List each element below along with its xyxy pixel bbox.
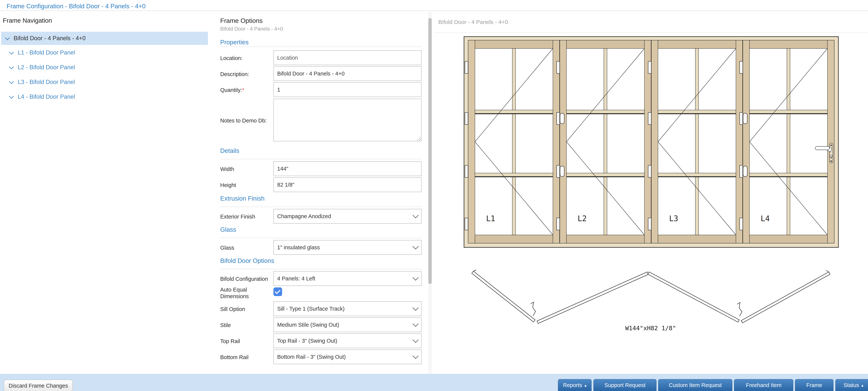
caret-up-icon: ▴ bbox=[861, 383, 864, 388]
button-label: Reports bbox=[563, 382, 582, 388]
fold-plan-view bbox=[472, 270, 830, 324]
section-divider bbox=[220, 47, 422, 47]
section-properties: Properties bbox=[220, 39, 249, 46]
section-details: Details bbox=[220, 147, 239, 154]
quantity-label: Quantity:* bbox=[220, 87, 273, 93]
status-button[interactable]: Status ▴ bbox=[835, 379, 868, 391]
panel-label-l2: L2 bbox=[578, 214, 587, 223]
chevron-down-icon[interactable] bbox=[9, 79, 14, 84]
bottom-rail-label: Bottom Rail bbox=[220, 354, 273, 361]
description-label: Description: bbox=[220, 71, 273, 78]
chevron-down-icon[interactable] bbox=[9, 64, 14, 69]
stile-select[interactable]: Medium Stile (Swing Out) bbox=[273, 318, 422, 332]
support-request-button[interactable]: Support Request bbox=[593, 379, 656, 391]
preview-title: Bifold Door - 4 Panels - 4+0 bbox=[438, 19, 508, 25]
select-value: Sill - Type 1 (Surface Track) bbox=[277, 306, 413, 312]
dimension-label: W144"xH82 1/8" bbox=[625, 325, 676, 332]
notes-textarea[interactable] bbox=[273, 99, 422, 141]
exterior-finish-select[interactable]: Champagne Anodized bbox=[273, 209, 422, 223]
discard-frame-changes-button[interactable]: Discard Frame Changes bbox=[4, 380, 73, 391]
location-label: Location: bbox=[220, 55, 273, 62]
button-label: Frame bbox=[806, 382, 822, 388]
chevron-down-icon bbox=[412, 337, 419, 343]
bifold-door-drawing: L1 L2 L3 L4 W144"xH82 1/8" bbox=[434, 34, 868, 373]
glass-label: Glass bbox=[220, 245, 273, 251]
section-divider bbox=[220, 269, 422, 269]
button-label: Status bbox=[843, 382, 859, 388]
chevron-down-icon bbox=[412, 353, 419, 359]
tree-item-label: L4 - Bifold Door Panel bbox=[18, 93, 75, 100]
chevron-down-icon[interactable] bbox=[9, 94, 14, 98]
height-label: Height bbox=[220, 182, 273, 188]
auto-equal-dimensions-label: Auto Equal Dimensions bbox=[220, 287, 266, 300]
chevron-down-icon[interactable] bbox=[5, 35, 10, 40]
glass-select[interactable]: 1" insulated glass bbox=[273, 240, 422, 255]
frame-options-subtitle: Bifold Door - 4 Panels - 4+0 bbox=[220, 26, 283, 32]
width-label: Width bbox=[220, 166, 273, 173]
sill-option-label: Sill Option bbox=[220, 306, 273, 312]
chevron-down-icon[interactable] bbox=[9, 50, 14, 54]
button-label: Freehand Item bbox=[746, 382, 782, 388]
page-title[interactable]: Frame Configuration - Bifold Door - 4 Pa… bbox=[7, 3, 146, 10]
bottom-rail-select[interactable]: Bottom Rail - 3" (Swing Out) bbox=[273, 350, 422, 364]
section-extrusion-finish: Extrusion Finish bbox=[220, 195, 265, 202]
top-rail-label: Top Rail bbox=[220, 338, 273, 344]
quantity-input[interactable] bbox=[273, 82, 422, 97]
frame-configuration-app: Frame Configuration - Bifold Door - 4 Pa… bbox=[0, 0, 868, 391]
notes-label: Notes to Demo Db: bbox=[220, 117, 273, 124]
freehand-item-button[interactable]: Freehand Item bbox=[734, 379, 793, 391]
bifold-configuration-select[interactable]: 4 Panels: 4 Left bbox=[273, 271, 422, 286]
panel-label-l1: L1 bbox=[486, 214, 495, 223]
location-input[interactable] bbox=[273, 50, 422, 65]
select-value: 1" insulated glass bbox=[277, 244, 413, 250]
tree-item-l2[interactable]: L2 - Bifold Door Panel bbox=[1, 61, 208, 74]
header-divider bbox=[0, 10, 868, 11]
button-label: Custom Item Request bbox=[669, 382, 721, 388]
height-input[interactable] bbox=[273, 177, 422, 192]
tree-item-l1[interactable]: L1 - Bifold Door Panel bbox=[1, 46, 208, 59]
select-value: Medium Stile (Swing Out) bbox=[277, 322, 413, 328]
custom-item-request-button[interactable]: Custom Item Request bbox=[658, 379, 732, 391]
section-divider bbox=[220, 207, 422, 207]
section-glass: Glass bbox=[220, 226, 236, 233]
form-scrollbar-thumb[interactable] bbox=[428, 18, 432, 284]
panel-label-l3: L3 bbox=[669, 214, 678, 223]
tree-item-label: L2 - Bifold Door Panel bbox=[18, 64, 75, 71]
frame-options-heading: Frame Options bbox=[220, 17, 263, 24]
section-divider bbox=[220, 159, 422, 159]
chevron-down-icon bbox=[412, 305, 419, 311]
panel-label-l4: L4 bbox=[761, 214, 770, 223]
chevron-down-icon bbox=[412, 274, 419, 280]
select-value: 4 Panels: 4 Left bbox=[277, 275, 413, 282]
chevron-down-icon bbox=[412, 321, 419, 327]
description-input[interactable] bbox=[273, 66, 422, 81]
caret-up-icon: ▴ bbox=[584, 383, 586, 388]
reports-button[interactable]: Reports ▴ bbox=[558, 379, 592, 391]
check-icon bbox=[275, 288, 280, 294]
exterior-finish-label: Exterior Finish bbox=[220, 213, 273, 220]
select-value: Top Rail - 3" (Swing Out) bbox=[277, 338, 413, 344]
bifold-configuration-label: Bifold Configuration bbox=[220, 276, 273, 282]
chevron-down-icon bbox=[412, 243, 419, 249]
top-rail-select[interactable]: Top Rail - 3" (Swing Out) bbox=[273, 333, 422, 348]
frame-navigation-heading: Frame Navigation bbox=[3, 17, 52, 24]
width-input[interactable] bbox=[273, 161, 422, 176]
sill-option-select[interactable]: Sill - Type 1 (Surface Track) bbox=[273, 301, 422, 316]
tree-item-label: L3 - Bifold Door Panel bbox=[18, 79, 75, 86]
stile-label: Stile bbox=[220, 322, 273, 329]
auto-equal-dimensions-checkbox[interactable] bbox=[273, 288, 282, 296]
frame-button[interactable]: Frame bbox=[795, 379, 834, 391]
section-bifold-door-options: Bifold Door Options bbox=[220, 257, 274, 264]
select-value: Champagne Anodized bbox=[277, 213, 413, 219]
select-value: Bottom Rail - 3" (Swing Out) bbox=[277, 354, 413, 360]
tree-item-label: Bifold Door - 4 Panels - 4+0 bbox=[13, 35, 86, 42]
tree-item-frame-root[interactable]: Bifold Door - 4 Panels - 4+0 bbox=[1, 32, 208, 45]
button-label: Support Request bbox=[604, 382, 646, 388]
section-divider bbox=[220, 238, 422, 238]
required-asterisk: * bbox=[242, 87, 244, 93]
tree-item-l3[interactable]: L3 - Bifold Door Panel bbox=[1, 76, 208, 89]
chevron-down-icon bbox=[412, 212, 419, 218]
preview-divider bbox=[434, 32, 868, 33]
tree-item-label: L1 - Bifold Door Panel bbox=[18, 49, 75, 56]
tree-item-l4[interactable]: L4 - Bifold Door Panel bbox=[1, 90, 208, 103]
